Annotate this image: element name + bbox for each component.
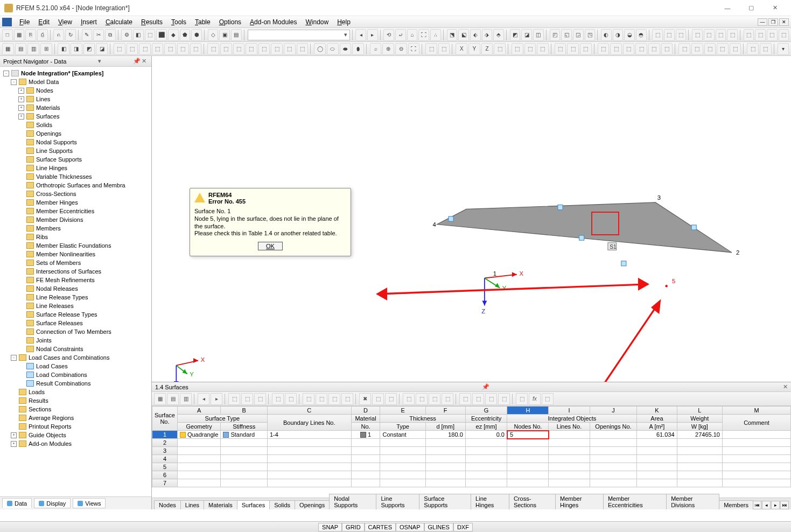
navigator-close-icon[interactable]: ✕ <box>141 58 148 65</box>
toolbar-button[interactable]: ⬚ <box>494 43 506 55</box>
table-toolbar-button[interactable]: ⬚ <box>459 393 471 405</box>
cell[interactable] <box>221 471 267 479</box>
tree-item-member-eccentricities[interactable]: Member Eccentricities <box>0 207 151 215</box>
window-minimize-button[interactable]: — <box>716 1 739 16</box>
toolbar-button[interactable]: ⌂ <box>407 29 418 41</box>
toolbar-button[interactable]: ⬚ <box>220 43 232 55</box>
status-cartes[interactable]: CARTES <box>365 523 396 531</box>
cell[interactable] <box>507 455 549 463</box>
toolbar-button[interactable]: ▣ <box>219 29 230 41</box>
cell[interactable] <box>425 479 465 487</box>
cell[interactable] <box>351 455 380 463</box>
tree-item-lines[interactable]: +Lines <box>0 95 151 103</box>
toolbar-button[interactable]: ✂ <box>93 29 104 41</box>
cell[interactable] <box>590 455 637 463</box>
table-panel-pin-icon[interactable]: 📌 <box>482 383 489 390</box>
toolbar-button[interactable]: ⬚ <box>755 29 766 41</box>
toolbar-button[interactable]: ▤ <box>231 29 242 41</box>
cell[interactable] <box>590 447 637 455</box>
cell[interactable] <box>507 471 549 479</box>
cell[interactable] <box>677 439 722 447</box>
cell[interactable] <box>267 479 351 487</box>
table-tab-nav[interactable]: ⏭ <box>780 501 789 509</box>
toolbar-button[interactable]: ⎘ <box>25 29 36 41</box>
table-toolbar-button[interactable]: fx <box>529 393 541 405</box>
cell[interactable] <box>425 439 465 447</box>
cell[interactable] <box>425 447 465 455</box>
toolbar-button[interactable]: ⬚ <box>747 43 759 55</box>
toolbar-button[interactable]: ⬚ <box>730 43 741 55</box>
toolbar-button[interactable]: ⬚ <box>716 29 726 41</box>
cell[interactable] <box>677 447 722 455</box>
cell[interactable] <box>590 463 637 471</box>
app-menu-icon[interactable] <box>2 18 12 26</box>
toolbar-button[interactable]: ⬟ <box>180 29 191 41</box>
col-letter-A[interactable]: A <box>177 407 221 415</box>
tree-item-surface-release-types[interactable]: Surface Release Types <box>0 310 151 319</box>
tree-item-guide-objects[interactable]: +Guide Objects <box>0 431 151 439</box>
cell[interactable] <box>351 447 380 455</box>
toolbar-button[interactable]: ⬭ <box>327 43 339 55</box>
cell[interactable] <box>590 439 637 447</box>
toolbar-button[interactable]: ⬬ <box>340 43 352 55</box>
navigator-tree[interactable]: -Node Integration* [Examples]-Model Data… <box>0 67 151 496</box>
tree-item-intersections-of-surfaces[interactable]: Intersections of Surfaces <box>0 267 151 276</box>
status-dxf[interactable]: DXF <box>453 523 473 531</box>
cell[interactable]: Constant <box>380 431 425 439</box>
cell[interactable] <box>507 439 549 447</box>
cell[interactable] <box>549 455 590 463</box>
cell[interactable]: Standard <box>221 431 267 439</box>
col-letter-I[interactable]: I <box>549 407 590 415</box>
toolbar-button[interactable]: ⬚ <box>114 43 125 55</box>
table-toolbar-button[interactable]: ⬚ <box>303 393 314 405</box>
cell[interactable] <box>549 471 590 479</box>
toolbar-button[interactable]: ⬚ <box>284 43 296 55</box>
table-tab-nav[interactable]: ⏮ <box>753 501 761 509</box>
table-toolbar-button[interactable]: ◂ <box>198 393 209 405</box>
menu-table[interactable]: Table <box>191 17 215 27</box>
menu-file[interactable]: File <box>15 17 34 27</box>
cell[interactable] <box>267 439 351 447</box>
toolbar-button[interactable]: ⬚ <box>567 43 579 55</box>
table-row[interactable]: 2 <box>152 439 791 447</box>
cell[interactable] <box>380 471 425 479</box>
toolbar-button[interactable]: ⬚ <box>164 43 176 55</box>
col-letter-L[interactable]: L <box>677 407 722 415</box>
cell[interactable] <box>465 439 507 447</box>
tree-item-cross-sections[interactable]: Cross-Sections <box>0 190 151 198</box>
cell[interactable] <box>549 431 590 439</box>
toolbar-button[interactable]: X <box>456 43 467 55</box>
table-row[interactable]: 1QuadrangleStandard1-41Constant180.00.05… <box>152 431 791 439</box>
navigator-tab-display[interactable]: Display <box>34 498 71 508</box>
toolbar-button[interactable]: ⬚ <box>704 43 716 55</box>
status-snap[interactable]: SNAP <box>318 523 342 531</box>
table-toolbar-button[interactable]: ▸ <box>211 393 222 405</box>
status-osnap[interactable]: OSNAP <box>396 523 424 531</box>
toolbar-button[interactable]: ⬚ <box>537 43 549 55</box>
toolbar-button[interactable]: ⎙ <box>37 29 48 41</box>
toolbar-button[interactable]: ⊞ <box>40 43 52 55</box>
cell[interactable] <box>723 479 791 487</box>
cell[interactable] <box>221 447 267 455</box>
table-toolbar-button[interactable]: ⬚ <box>442 393 453 405</box>
toolbar-button[interactable]: ◩ <box>510 29 521 41</box>
cell[interactable] <box>425 471 465 479</box>
toolbar-button[interactable]: ⬛ <box>156 29 167 41</box>
cell[interactable] <box>637 479 677 487</box>
tree-item-sections[interactable]: Sections <box>0 405 151 414</box>
menu-tools[interactable]: Tools <box>167 17 191 27</box>
table-row[interactable]: 6 <box>152 471 791 479</box>
toolbar-button[interactable]: ◑ <box>613 29 624 41</box>
toolbar-button[interactable]: ⎌ <box>53 29 64 41</box>
table-tab-nav[interactable]: ◂ <box>762 501 771 509</box>
table-tab-solids[interactable]: Solids <box>269 500 295 509</box>
toolbar-button[interactable]: ◪ <box>521 29 532 41</box>
toolbar-button[interactable]: ⬚ <box>727 29 738 41</box>
tree-item-nodal-constraints[interactable]: Nodal Constraints <box>0 345 151 353</box>
toolbar-button[interactable]: ◪ <box>96 43 108 55</box>
tree-item-load-cases-and-combinations[interactable]: -Load Cases and Combinations <box>0 353 151 362</box>
cell[interactable] <box>177 479 221 487</box>
table-tab-nodal-supports[interactable]: Nodal Supports <box>329 494 376 509</box>
toolbar-button[interactable]: ⬚ <box>717 43 729 55</box>
tree-item-sets-of-members[interactable]: Sets of Members <box>0 258 151 267</box>
